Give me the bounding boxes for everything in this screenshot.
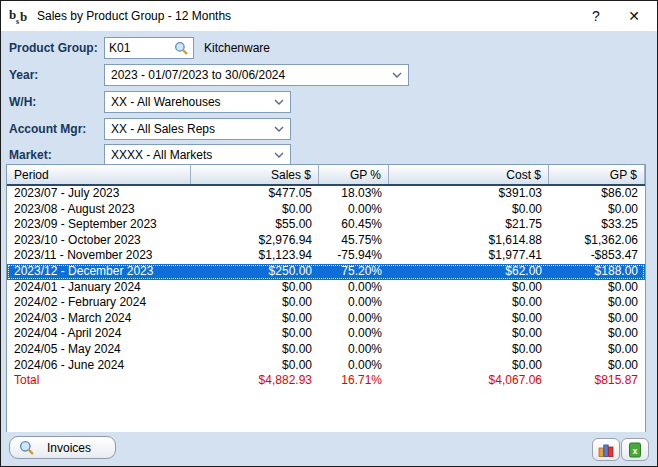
- table-cell: $21.75: [389, 217, 549, 233]
- footer-bar: Invoices x: [1, 432, 657, 466]
- excel-export-button[interactable]: x: [621, 438, 649, 461]
- product-group-row: Product Group: K01 Kitchenware: [1, 37, 657, 59]
- table-cell: $62.00: [389, 264, 549, 280]
- table-cell: 0.00%: [319, 202, 389, 218]
- column-header-gp[interactable]: GP $: [549, 165, 645, 184]
- table-cell: $0.00: [549, 202, 645, 218]
- table-cell: $0.00: [549, 311, 645, 327]
- warehouse-value: XX - All Warehouses: [111, 95, 221, 109]
- product-group-value: K01: [109, 41, 130, 55]
- table-cell: $4,067.06: [389, 373, 549, 389]
- table-cell: 2023/07 - July 2023: [7, 186, 191, 202]
- table-header: Period Sales $ GP % Cost $ GP $: [7, 165, 645, 186]
- warehouse-label: W/H:: [9, 95, 36, 109]
- table-cell: $0.00: [389, 202, 549, 218]
- table-row[interactable]: 2023/07 - July 2023$477.0518.03%$391.03$…: [7, 186, 645, 202]
- table-row[interactable]: 2024/04 - April 2024$0.000.00%$0.00$0.00: [7, 326, 645, 342]
- column-header-sales[interactable]: Sales $: [191, 165, 319, 184]
- invoices-button[interactable]: Invoices: [9, 436, 116, 459]
- chevron-down-icon: [274, 99, 284, 105]
- table-cell: -$853.47: [549, 248, 645, 264]
- table-cell: $55.00: [191, 217, 319, 233]
- table-cell: -75.94%: [319, 248, 389, 264]
- bar-chart-icon: [598, 442, 614, 458]
- table-cell: $1,614.88: [389, 233, 549, 249]
- table-cell: $0.00: [389, 311, 549, 327]
- table-cell: 16.71%: [319, 373, 389, 389]
- table-cell: $0.00: [191, 358, 319, 374]
- table-row[interactable]: 2023/11 - November 2023$1,123.94-75.94%$…: [7, 248, 645, 264]
- account-mgr-label: Account Mgr:: [9, 122, 86, 136]
- table-cell: $0.00: [549, 358, 645, 374]
- table-cell: $2,976.94: [191, 233, 319, 249]
- table-row[interactable]: 2023/12 - December 2023$250.0075.20%$62.…: [7, 264, 645, 280]
- table-cell: $0.00: [191, 342, 319, 358]
- table-row[interactable]: 2024/05 - May 2024$0.000.00%$0.00$0.00: [7, 342, 645, 358]
- year-value: 2023 - 01/07/2023 to 30/06/2024: [111, 68, 285, 82]
- column-header-period[interactable]: Period: [7, 165, 191, 184]
- table-row[interactable]: 2023/09 - September 2023$55.0060.45%$21.…: [7, 217, 645, 233]
- table-row[interactable]: 2024/01 - January 2024$0.000.00%$0.00$0.…: [7, 280, 645, 296]
- table-cell: 0.00%: [319, 295, 389, 311]
- table-cell: 2024/04 - April 2024: [7, 326, 191, 342]
- window-title: Sales by Product Group - 12 Months: [37, 9, 231, 23]
- table-cell: $0.00: [549, 295, 645, 311]
- table-cell: 75.20%: [319, 264, 389, 280]
- table-row[interactable]: 2023/08 - August 2023$0.000.00%$0.00$0.0…: [7, 202, 645, 218]
- table-cell: $0.00: [549, 342, 645, 358]
- table-cell: $0.00: [549, 326, 645, 342]
- table-cell: Total: [7, 373, 191, 389]
- product-group-label: Product Group:: [9, 41, 98, 55]
- table-cell: $0.00: [389, 358, 549, 374]
- table-cell: $0.00: [389, 326, 549, 342]
- table-cell: $0.00: [191, 326, 319, 342]
- table-row[interactable]: 2023/10 - October 2023$2,976.9445.75%$1,…: [7, 233, 645, 249]
- product-group-lookup-icon[interactable]: [174, 41, 189, 56]
- table-cell: $0.00: [549, 280, 645, 296]
- excel-icon: x: [627, 442, 643, 458]
- table-cell: 2024/01 - January 2024: [7, 280, 191, 296]
- sales-by-product-group-dialog: b s b Sales by Product Group - 12 Months…: [0, 0, 658, 467]
- table-row[interactable]: 2024/02 - February 2024$0.000.00%$0.00$0…: [7, 295, 645, 311]
- table-row-total[interactable]: Total$4,882.9316.71%$4,067.06$815.87: [7, 373, 645, 389]
- table-cell: $1,977.41: [389, 248, 549, 264]
- table-cell: $1,123.94: [191, 248, 319, 264]
- chart-button[interactable]: [592, 438, 620, 461]
- product-group-input[interactable]: K01: [104, 37, 194, 59]
- table-cell: 2023/09 - September 2023: [7, 217, 191, 233]
- warehouse-select[interactable]: XX - All Warehouses: [104, 91, 291, 113]
- title-bar: b s b Sales by Product Group - 12 Months…: [1, 1, 657, 31]
- market-label: Market:: [9, 148, 52, 162]
- column-header-cost[interactable]: Cost $: [389, 165, 549, 184]
- app-icon: b s b: [9, 6, 31, 26]
- table-cell: $0.00: [389, 342, 549, 358]
- table-cell: $33.25: [549, 217, 645, 233]
- account-mgr-select[interactable]: XX - All Sales Reps: [104, 118, 291, 140]
- table-cell: $188.00: [549, 264, 645, 280]
- product-group-description: Kitchenware: [204, 41, 270, 55]
- year-select[interactable]: 2023 - 01/07/2023 to 30/06/2024: [104, 64, 409, 86]
- close-button[interactable]: ✕: [619, 3, 649, 29]
- table-row[interactable]: 2024/03 - March 2024$0.000.00%$0.00$0.00: [7, 311, 645, 327]
- help-button[interactable]: ?: [581, 3, 611, 29]
- table-cell: 2023/08 - August 2023: [7, 202, 191, 218]
- table-cell: 2024/06 - June 2024: [7, 358, 191, 374]
- table-cell: $1,362.06: [549, 233, 645, 249]
- warehouse-row: W/H: XX - All Warehouses: [1, 91, 657, 113]
- year-row: Year: 2023 - 01/07/2023 to 30/06/2024: [1, 64, 657, 86]
- table-row[interactable]: 2024/06 - June 2024$0.000.00%$0.00$0.00: [7, 358, 645, 374]
- table-cell: 18.03%: [319, 186, 389, 202]
- market-select[interactable]: XXXX - All Markets: [104, 144, 291, 165]
- table-body: 2023/07 - July 2023$477.0518.03%$391.03$…: [7, 186, 645, 389]
- table-cell: $0.00: [191, 311, 319, 327]
- table-cell: 2024/05 - May 2024: [7, 342, 191, 358]
- invoices-button-label: Invoices: [47, 441, 91, 455]
- year-label: Year:: [9, 68, 38, 82]
- table-cell: $0.00: [191, 295, 319, 311]
- column-header-gp-pct[interactable]: GP %: [319, 165, 389, 184]
- table-cell: $0.00: [389, 280, 549, 296]
- account-mgr-row: Account Mgr: XX - All Sales Reps: [1, 118, 657, 140]
- table-cell: $0.00: [191, 202, 319, 218]
- search-icon: [19, 440, 35, 456]
- table-cell: 2023/12 - December 2023: [7, 264, 191, 280]
